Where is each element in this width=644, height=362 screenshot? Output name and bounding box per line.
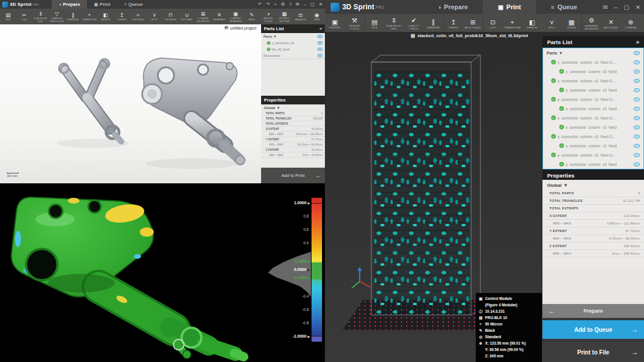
toolbar-button[interactable]: ✂ CSG <box>16 9 32 24</box>
app-tab[interactable]: ≡ Queue <box>117 0 150 9</box>
parts-group-row[interactable]: Parts ▼ <box>543 48 643 57</box>
toolbar-button[interactable]: ◧ Mirror <box>97 9 114 24</box>
toolbar-button[interactable]: ▣ Printer <box>325 14 345 32</box>
visibility-eye-icon[interactable] <box>634 125 640 129</box>
part-row[interactable]: ✓ y_connector_column_v3_fixed <box>543 104 643 113</box>
toolbar-button[interactable]: ⚖ Balance <box>292 9 309 24</box>
toolbar-button[interactable]: ⊓ Extrude <box>162 9 179 24</box>
visibility-eye-icon[interactable] <box>634 70 640 74</box>
toolbar-button[interactable]: ⋎ Split <box>542 14 562 32</box>
parts-group-row[interactable]: Parts ▼ <box>261 33 325 39</box>
toolbar-button[interactable]: ↥ Offset <box>114 9 130 24</box>
toolbar-button-label: Mirror <box>527 26 537 29</box>
add-to-queue-button[interactable]: Add to Queue → <box>542 320 644 339</box>
window-control-icon[interactable]: ✕ <box>636 4 641 10</box>
toolbar-button[interactable]: ⋎ Split <box>146 9 162 24</box>
window-control-icon[interactable]: ▢ <box>624 4 629 10</box>
visibility-eye-icon[interactable] <box>634 51 640 55</box>
window-control-icon[interactable]: – <box>614 4 618 10</box>
add-to-print-button[interactable]: Add to Print → <box>261 168 325 183</box>
toolbar-button[interactable]: ∥ Measure <box>65 9 81 24</box>
toolbar-button[interactable]: ∪ Boolean <box>179 9 195 24</box>
app-tab[interactable]: ▣ Print <box>87 0 117 9</box>
toolbar-button[interactable]: ↥ Orient <box>443 14 463 32</box>
visibility-eye-icon[interactable] <box>317 48 323 51</box>
visibility-eye-icon[interactable] <box>317 35 323 38</box>
visibility-eye-icon[interactable] <box>634 60 640 64</box>
properties-scope[interactable]: Global ▼ <box>261 104 325 111</box>
properties-scope[interactable]: Global ▼ <box>542 180 644 190</box>
toolbar-button[interactable]: ▣ Combine / Separate <box>227 9 244 24</box>
part-row[interactable]: ✓ y_connector_column_v3_fixed G... <box>543 150 643 160</box>
app-tab[interactable]: ≡ Queue <box>536 0 592 14</box>
window-control-icon[interactable]: ⚙ <box>281 0 285 9</box>
window-control-icon[interactable]: ↶ <box>258 0 262 9</box>
toolbar-button[interactable]: ∥ Measure <box>424 14 443 32</box>
toolbar-button[interactable]: ✔ Quality Check <box>404 14 424 32</box>
toolbar-button[interactable]: ✕ Add Noise <box>601 14 621 32</box>
toolbar-button[interactable]: ⊞ Auto Place <box>463 14 483 32</box>
part-row[interactable]: ✓ y_connector_column_v3_fixed G... <box>543 76 643 85</box>
toolbar-button[interactable]: ⊡ Copy <box>483 14 502 32</box>
visibility-eye-icon[interactable] <box>634 144 640 148</box>
toolbar-button[interactable]: ▤ File <box>0 9 16 24</box>
window-control-icon[interactable]: ✕ <box>319 0 323 9</box>
part-row[interactable]: ✓ y_connector_column_v3_fixed <box>543 85 643 95</box>
visibility-eye-icon[interactable] <box>634 107 640 111</box>
prepare-viewport[interactable]: ▤ untitled project <box>0 24 261 183</box>
toolbar-button[interactable]: ▤ File <box>364 14 384 32</box>
part-row[interactable]: ✓ y_connector_column_v3_fixed G... <box>543 57 643 67</box>
visibility-eye-icon[interactable] <box>634 88 640 92</box>
window-control-icon[interactable]: ? <box>289 0 291 9</box>
visibility-eye-icon[interactable] <box>634 153 640 157</box>
prepare-back-button[interactable]: ← Prepare <box>542 304 644 318</box>
window-control-icon[interactable]: – <box>303 0 306 9</box>
visibility-eye-icon[interactable] <box>634 97 640 102</box>
visibility-eye-icon[interactable] <box>634 116 640 120</box>
toolbar-button[interactable]: ≈ Displace <box>130 9 146 24</box>
window-control-icon[interactable]: ↷ <box>266 0 270 9</box>
toolbar-button[interactable]: ⊞ Combine Geometry <box>195 9 211 24</box>
part-row[interactable]: ✓ y_connector_column_v3_fixed <box>543 67 643 76</box>
toolbar-button[interactable]: ◧ Mirror <box>522 14 542 32</box>
print-to-file-button[interactable]: Print to File → <box>542 342 644 362</box>
part-row[interactable]: ✓ y_connector_column_v3_fixed G... <box>543 95 643 104</box>
toolbar-button[interactable]: ▽ Triangle Reduction <box>49 9 65 24</box>
app-tab[interactable]: ◑ Prepare <box>52 0 87 9</box>
toolbar-button[interactable]: ▩ Holes <box>562 14 581 32</box>
toolbar-button[interactable]: ⚙ Generate Geometry <box>581 14 601 32</box>
toolbar-button[interactable]: ◑ Assign Color <box>260 9 276 24</box>
toolbar-button[interactable]: ⇕ Scaling by Unit <box>32 9 49 24</box>
part-row[interactable]: ✓ y_connector_column_v3_fixed <box>543 122 643 132</box>
part-row[interactable]: ✓ fsa_v6_fixed <box>261 46 325 52</box>
visibility-eye-icon[interactable] <box>634 162 640 166</box>
window-control-icon[interactable]: ✉ <box>603 4 607 10</box>
visibility-eye-icon[interactable] <box>317 41 323 45</box>
visibility-eye-icon[interactable] <box>634 79 640 83</box>
toolbar-button[interactable]: ▦ Project Texture <box>276 9 292 24</box>
expand-panel-icon[interactable]: » <box>320 26 322 31</box>
app-tab[interactable]: ◑ Prepare <box>422 0 483 14</box>
toolbar-button[interactable]: ⊕ Combine <box>621 14 641 32</box>
part-row[interactable]: ✓ y_connector_column_v3_fixed G... <box>543 113 643 122</box>
analysis-viewport[interactable]: 1.0000 ▶ 0.8 0.6 0.4 <box>0 183 325 362</box>
toolbar-button[interactable]: + Transform <box>81 9 97 24</box>
visibility-eye-icon[interactable] <box>634 135 640 139</box>
toolbar-button[interactable]: ◉ View <box>309 9 325 24</box>
toolbar-button[interactable]: ⚒ Printer Tools <box>345 14 364 32</box>
part-row[interactable]: ✓ y_connector_column_v3_fixed <box>543 160 643 169</box>
toolbar-button[interactable]: ✕ Separate <box>211 9 227 24</box>
toolbar-button[interactable]: ⇕ Scaling by Unit <box>384 14 404 32</box>
toolbar-button[interactable]: + Transform <box>502 14 522 32</box>
app-tab[interactable]: ▣ Print <box>483 0 536 14</box>
visibility-eye-icon[interactable] <box>317 54 323 57</box>
expand-panel-icon[interactable]: » <box>636 38 639 45</box>
window-control-icon[interactable]: ▢ <box>310 0 315 9</box>
part-row[interactable]: ✓ y_connector_column_v3_fixed <box>543 141 643 150</box>
part-row[interactable]: ✓ y_connector_column_v3_fixed G... <box>543 132 643 141</box>
window-control-icon[interactable]: ✉ <box>296 0 300 9</box>
dimensions-row[interactable]: Dimensions <box>261 52 325 59</box>
toolbar-button[interactable]: ✎ Paint <box>244 9 260 24</box>
part-row[interactable]: ✓ y_connector_v6 <box>261 39 325 46</box>
window-control-icon[interactable]: + <box>274 0 277 9</box>
